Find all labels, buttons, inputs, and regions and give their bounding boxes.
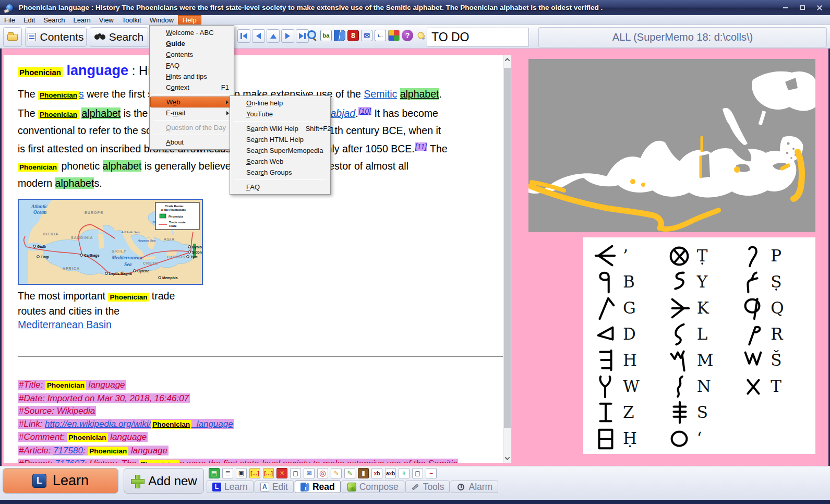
translate-icon[interactable]: ba (320, 30, 332, 41)
help-icon[interactable]: ? (402, 30, 413, 41)
text-link[interactable]: _language (191, 419, 233, 429)
tab-edit[interactable]: AEdit (255, 481, 294, 493)
alphabet-row-bet: B (594, 269, 668, 295)
source-doc-icon[interactable]: ≣ (222, 468, 233, 478)
phoenician-colonization-map[interactable] (528, 59, 815, 232)
template-drop-icon[interactable]: […] (263, 468, 274, 478)
menubar-item-toolkit[interactable]: Toolkit (118, 15, 146, 25)
svg-text:route: route (169, 224, 177, 227)
web-submenu-item-search-groups[interactable]: Search Groups (231, 167, 330, 178)
web-submenu-item-search-web[interactable]: Search Web (231, 156, 330, 167)
menubar-item-view[interactable]: View (95, 15, 118, 25)
tab-alarm[interactable]: Alarm (451, 481, 498, 493)
text-link[interactable]: s (79, 88, 84, 100)
nav-previous-icon[interactable] (252, 29, 265, 43)
contents-button[interactable]: Contents (25, 27, 87, 47)
todo-input[interactable] (427, 28, 529, 46)
help-menu-item-web[interactable]: Web (150, 97, 233, 107)
annotate-pen-icon[interactable]: ✎ (344, 468, 355, 478)
copy-doc-icon[interactable]: ▣ (236, 468, 247, 478)
menubar-item-learn[interactable]: Learn (69, 15, 95, 25)
text-link[interactable]: [11] (415, 142, 427, 151)
web-submenu-item-faq[interactable]: FAQ (231, 182, 330, 193)
taw-glyph-icon (741, 373, 764, 399)
help-menu-item-faq[interactable]: FAQ (150, 60, 233, 71)
nav-next-icon[interactable] (281, 29, 294, 43)
nav-first-icon[interactable] (237, 29, 250, 43)
maximize-button[interactable] (796, 4, 809, 11)
help-menu-item-e-mail[interactable]: E-mail (150, 107, 233, 118)
menubar-item-window[interactable]: Window (146, 15, 178, 25)
menubar-item-file[interactable]: File (0, 15, 19, 25)
delete-word-icon[interactable]: xb (371, 468, 382, 478)
latin-letter: Q (771, 298, 784, 317)
help-menu-item-welcome-abc[interactable]: Welcome - ABC (150, 27, 233, 38)
open-collection-button[interactable] (3, 27, 22, 47)
text-link[interactable]: 717580 (53, 446, 83, 455)
highlighter-icon[interactable]: ✎ (331, 468, 342, 478)
book-icon[interactable]: ▮ (358, 468, 369, 478)
search-magnifier-icon[interactable] (307, 30, 318, 41)
scroll-up-icon[interactable] (503, 55, 511, 64)
help-menu-item-context[interactable]: ContextF1 (150, 82, 233, 93)
comment-icon[interactable]: I… (375, 30, 386, 41)
trade-routes-map-image[interactable]: EUROPEIBERIASARDINIAASIASICILYCYPRUSCRET… (18, 199, 203, 285)
minimize-button[interactable] (779, 4, 792, 11)
scroll-down-icon[interactable] (503, 454, 511, 463)
web-submenu-item-search-supermemopedia[interactable]: Search SuperMemopedia (231, 145, 330, 156)
text-link[interactable]: Mediterranean Basin (18, 319, 112, 330)
lamp-tilted-icon[interactable] (415, 30, 427, 41)
help-menu-item-about[interactable]: About (150, 137, 233, 148)
tab-tools[interactable]: Tools (405, 481, 450, 493)
help-menu-item-hints-and-tips[interactable]: Hints and tips (150, 71, 233, 82)
nav-up-icon[interactable] (267, 29, 280, 43)
add-task-icon[interactable]: + (399, 468, 410, 478)
text-link[interactable]: abjad (330, 107, 355, 119)
mail-small-icon[interactable]: ✉ (304, 468, 315, 478)
learn-button[interactable]: L Learn (3, 468, 118, 494)
lifebuoy-icon[interactable]: ◎ (317, 468, 328, 478)
tab-learn[interactable]: LLearn (207, 481, 254, 493)
text-link[interactable]: [10] (358, 107, 371, 115)
task-up-icon[interactable]: ▢ (412, 468, 423, 478)
text-link[interactable]: http://en.wikipedia.org/wiki/ (45, 419, 151, 429)
close-button[interactable] (812, 4, 826, 11)
tab-compose[interactable]: Compose (342, 481, 404, 493)
text-segment: The most important (18, 290, 108, 302)
web-submenu-item-search-wiki-help[interactable]: Search Wiki HelpShift+F2 (231, 123, 330, 134)
vertical-scrollbar[interactable] (503, 55, 511, 463)
tab-read[interactable]: Read (295, 481, 341, 493)
resh-glyph-icon (741, 321, 764, 347)
web-submenu-item-search-html-help[interactable]: Search HTML Help (231, 134, 330, 145)
dictionary-icon[interactable] (334, 30, 345, 41)
google-icon[interactable]: 8 (347, 30, 359, 41)
menubar-item-help[interactable]: Help (178, 15, 201, 25)
text-link[interactable]: Semitic (364, 88, 397, 100)
email-icon[interactable]: ✉ (361, 30, 372, 41)
text-segment: #Date: Imported on Mar 30, 2018, 16:46:0… (19, 393, 189, 403)
menu-separator (153, 120, 230, 121)
web-submenu-item-youtube[interactable]: YouTube (231, 109, 330, 119)
latin-letter: Y (697, 272, 707, 291)
swap-letters-icon[interactable]: axb (385, 468, 396, 478)
menubar-item-edit[interactable]: Edit (19, 15, 39, 25)
pinwheel-icon[interactable]: ✳ (276, 468, 287, 478)
text-link[interactable]: 717607 (55, 459, 85, 463)
template-icon[interactable]: […] (249, 468, 260, 478)
help-menu-item-guide[interactable]: Guide (150, 38, 233, 49)
task-down-icon[interactable]: − (426, 468, 437, 478)
window-colors-icon[interactable] (388, 30, 400, 41)
alphabet-row-ayin: ‘ (668, 425, 742, 451)
scrollbar-thumb[interactable] (504, 68, 511, 428)
menubar-item-search[interactable]: Search (39, 15, 69, 25)
sade-glyph-icon (741, 269, 764, 295)
paste-icon[interactable]: ▤ (209, 468, 220, 478)
help-menu-item-question-of-the-day[interactable]: Question of the Day (150, 122, 233, 133)
phoenician-alphabet-chart[interactable]: ’BGDHWZḤṬYKLMNS‘PṢQRŠT (583, 237, 815, 454)
new-doc-icon[interactable]: ▢ (290, 468, 301, 478)
web-submenu-item-on-line-help[interactable]: On-line help (231, 98, 330, 109)
add-new-button[interactable]: Add new (124, 468, 204, 494)
collection-button[interactable]: ALL (SuperMemo 18: d:\colls\) (538, 27, 827, 47)
help-menu-item-contents[interactable]: Contents (150, 49, 233, 60)
search-button[interactable]: Search (90, 27, 148, 47)
